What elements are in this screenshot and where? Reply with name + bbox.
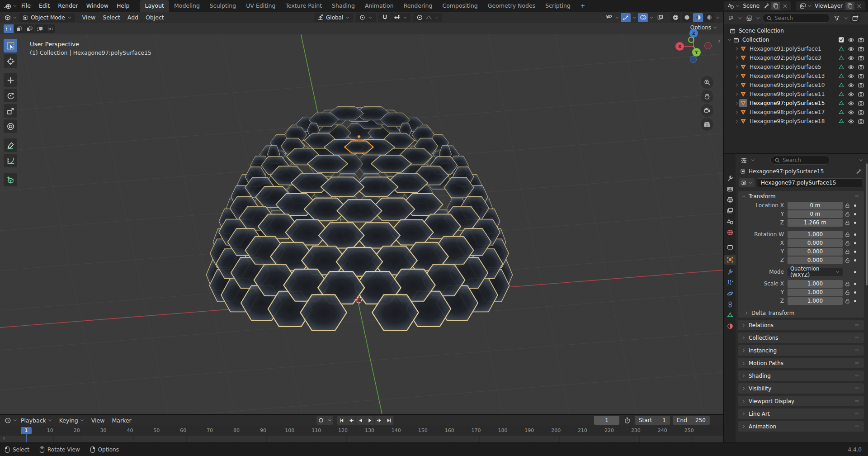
- sidebar-collapse-icon[interactable]: ‹: [718, 38, 720, 44]
- camera-icon[interactable]: [858, 37, 864, 43]
- eye-icon[interactable]: [848, 73, 854, 80]
- collection-checkbox[interactable]: [838, 37, 844, 43]
- blender-logo-icon[interactable]: [3, 1, 13, 10]
- lock-open-icon[interactable]: [843, 203, 852, 209]
- timeline-menu-keying[interactable]: Keying: [56, 417, 88, 424]
- workspace-tab-compositing[interactable]: Compositing: [437, 0, 482, 12]
- gizmo-axis-neg-y[interactable]: [688, 37, 694, 43]
- menu-help[interactable]: Help: [113, 0, 134, 12]
- tool-annotate[interactable]: [4, 138, 17, 152]
- outliner-row-object[interactable]: Hexagone96:polySurface11: [724, 90, 868, 99]
- outliner-search-input[interactable]: [774, 15, 826, 21]
- properties-tab-material[interactable]: [724, 321, 736, 331]
- workspace-tab-scripting[interactable]: Scripting: [540, 0, 576, 12]
- properties-tab-constraints[interactable]: [724, 299, 736, 309]
- scene-icon[interactable]: [726, 1, 736, 10]
- eye-icon[interactable]: [848, 118, 854, 125]
- current-frame-field[interactable]: 1: [594, 416, 619, 425]
- keyframe-dot[interactable]: [852, 233, 858, 236]
- tool-move[interactable]: [4, 73, 17, 87]
- frame-end-field[interactable]: End 250: [673, 416, 710, 425]
- properties-tab-data[interactable]: [724, 310, 736, 320]
- delta-transform-header[interactable]: Delta Transform: [738, 309, 864, 318]
- drag-handle-icon[interactable]: [853, 424, 860, 429]
- drag-handle-icon[interactable]: [853, 399, 860, 404]
- new-collection-button[interactable]: [850, 14, 860, 23]
- lock-open-icon[interactable]: [843, 211, 852, 217]
- lock-open-icon[interactable]: [843, 249, 852, 255]
- camera-icon[interactable]: [858, 118, 864, 125]
- keyframe-dot[interactable]: [852, 271, 858, 273]
- outliner-row-object[interactable]: Hexagone98:polySurface17: [724, 108, 868, 117]
- viewport-menu-select[interactable]: Select: [99, 14, 124, 21]
- frame-start-field[interactable]: Start 1: [635, 416, 670, 425]
- xray-toggle[interactable]: [655, 13, 665, 22]
- keyframe-dot[interactable]: [852, 283, 858, 285]
- workspace-tab-modeling[interactable]: Modeling: [169, 0, 205, 12]
- workspace-tab-uv-editing[interactable]: UV Editing: [241, 0, 280, 12]
- value-field[interactable]: 0.000: [788, 239, 843, 247]
- snapping-group[interactable]: [378, 13, 410, 22]
- keyframe-dot[interactable]: [852, 251, 858, 253]
- eye-icon[interactable]: [848, 100, 854, 107]
- scene-name[interactable]: Scene: [740, 3, 762, 9]
- play-reverse-button[interactable]: [356, 416, 365, 425]
- camera-icon[interactable]: [858, 109, 864, 116]
- shading-solid-button[interactable]: [682, 13, 692, 22]
- pin-icon[interactable]: [856, 168, 862, 175]
- properties-tab-physics[interactable]: [724, 289, 736, 299]
- select-mode-extend[interactable]: [14, 24, 24, 33]
- nav-orthographic-button[interactable]: [701, 118, 713, 131]
- eye-icon[interactable]: [848, 109, 854, 116]
- keyframe-dot[interactable]: [852, 222, 858, 224]
- outliner-row-object[interactable]: Hexagone93:polySurface5: [724, 62, 868, 71]
- properties-tab-output[interactable]: [724, 195, 736, 205]
- timeline-menu-view[interactable]: View: [88, 417, 108, 424]
- nav-pan-button[interactable]: [701, 90, 713, 103]
- outliner-row-object[interactable]: Hexagone99:polySurface18: [724, 117, 868, 126]
- gizmo-axis-x[interactable]: X: [675, 42, 684, 51]
- outliner-row-scene-collection[interactable]: Scene Collection: [724, 26, 868, 35]
- camera-icon[interactable]: [858, 100, 864, 107]
- value-field[interactable]: 0.000: [788, 248, 843, 256]
- mode-dropdown[interactable]: Object Mode: [19, 13, 75, 22]
- lock-open-icon[interactable]: [843, 257, 852, 263]
- viewport-menu-object[interactable]: Object: [142, 14, 168, 21]
- select-mode-intersect[interactable]: [45, 24, 55, 33]
- chevron-right-icon[interactable]: [735, 83, 739, 87]
- gizmos-toggle[interactable]: [621, 13, 631, 22]
- stopwatch-icon[interactable]: [622, 416, 632, 425]
- keyframe-dot[interactable]: [852, 242, 858, 244]
- viewport-menu-add[interactable]: Add: [124, 14, 142, 21]
- menu-edit[interactable]: Edit: [35, 0, 54, 12]
- object-name-field[interactable]: [757, 178, 863, 187]
- eye-icon[interactable]: [848, 91, 854, 98]
- value-field[interactable]: 0 m: [788, 210, 843, 218]
- camera-icon[interactable]: [858, 55, 864, 62]
- workspace-tab-animation[interactable]: Animation: [360, 0, 399, 12]
- drag-handle-icon[interactable]: [853, 374, 860, 378]
- filter-funnel-icon[interactable]: [832, 14, 842, 23]
- camera-icon[interactable]: [858, 64, 864, 71]
- eye-icon[interactable]: [848, 37, 854, 43]
- panel-header-motion-paths[interactable]: Motion Paths: [738, 358, 864, 368]
- keyframe-dot[interactable]: [852, 300, 858, 302]
- drag-handle-icon[interactable]: [853, 348, 860, 353]
- tool-scale[interactable]: [4, 104, 17, 118]
- timeline-editor-type-icon[interactable]: [3, 416, 13, 425]
- gizmo-axis-neg-x[interactable]: [704, 42, 712, 49]
- value-field[interactable]: 1.000: [788, 297, 843, 305]
- select-mode-subtract[interactable]: [24, 24, 34, 33]
- drag-handle-icon[interactable]: [853, 412, 860, 416]
- channel-expand-icon[interactable]: [2, 436, 6, 441]
- chevron-down-icon[interactable]: [326, 416, 333, 425]
- panel-header-animation[interactable]: Animation: [738, 421, 864, 432]
- camera-icon[interactable]: [858, 91, 864, 98]
- properties-tab-view-layer[interactable]: [724, 206, 736, 216]
- orientation-dropdown[interactable]: Global: [314, 13, 353, 22]
- shading-rendered-button[interactable]: [704, 13, 714, 22]
- workspace-tab-geometry-nodes[interactable]: Geometry Nodes: [483, 0, 540, 12]
- viewlayer-icon[interactable]: [797, 1, 807, 10]
- jump-start-button[interactable]: [337, 416, 346, 425]
- eye-icon[interactable]: [848, 64, 854, 71]
